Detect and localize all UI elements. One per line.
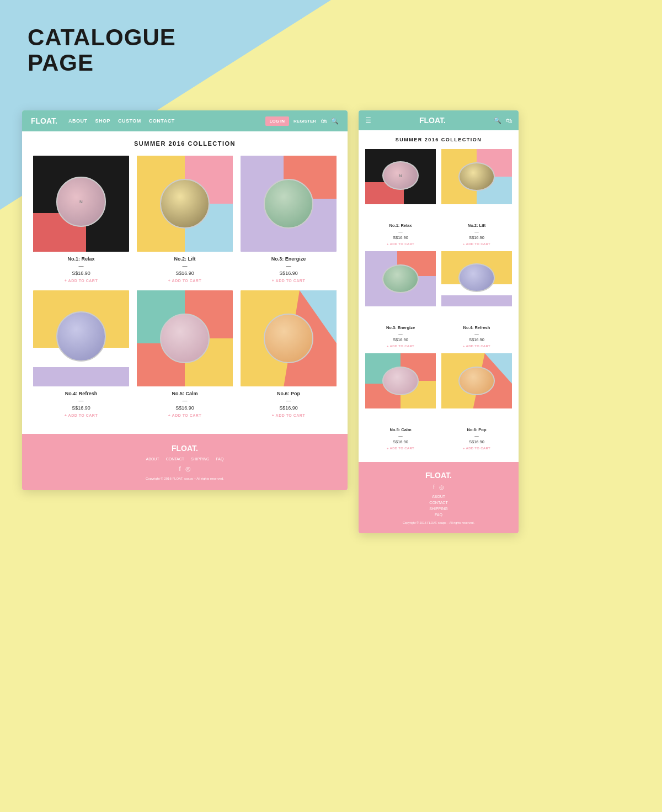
mobile-add-to-cart-calm[interactable]: + ADD TO CART (365, 447, 436, 450)
footer-copyright: Copyright © 2016 FLOAT. soaps – All righ… (32, 477, 338, 480)
footer-links: ABOUT CONTACT SHIPPING FAQ (32, 457, 338, 461)
mobile-add-to-cart-pop[interactable]: + ADD TO CART (441, 447, 512, 450)
product-grid-row2: No.4: Refresh — S$16.90 + ADD TO CART No… (33, 290, 337, 417)
mobile-product-price-refresh: S$16.90 (441, 337, 512, 342)
desktop-nav: FLOAT. ABOUT SHOP CUSTOM CONTACT LOG IN … (22, 110, 348, 131)
product-name-pop: No.6: Pop (241, 391, 337, 396)
mobile-product-card-energize: No.3: Energize — S$16.90 + ADD TO CART (365, 251, 436, 348)
product-image-refresh (33, 290, 129, 386)
product-divider-refresh: — (33, 398, 129, 404)
product-price-energize: S$16.90 (241, 270, 337, 276)
mobile-footer-icons: f ◎ (367, 484, 510, 490)
product-price-lift: S$16.90 (137, 270, 233, 276)
mobile-product-divider-energize: — (365, 331, 436, 336)
hamburger-icon[interactable]: ☰ (365, 116, 371, 124)
product-price-refresh: S$16.90 (33, 405, 129, 411)
mobile-product-image-calm (365, 353, 436, 424)
cart-icon[interactable]: 🛍 (321, 118, 327, 124)
mobile-nav: ☰ FLOAT. 🔍 🛍 (359, 110, 519, 130)
mobile-product-grid-row3: No.5: Calm — S$16.90 + ADD TO CART No.6:… (365, 353, 512, 450)
mobile-footer-links: ABOUT CONTACT SHIPPING FAQ (367, 495, 510, 517)
mobile-footer-contact[interactable]: CONTACT (367, 501, 510, 505)
product-price-calm: S$16.90 (137, 405, 233, 411)
search-icon[interactable]: 🔍 (331, 118, 339, 125)
add-to-cart-energize[interactable]: + ADD TO CART (241, 279, 337, 283)
desktop-nav-links: ABOUT SHOP CUSTOM CONTACT (68, 118, 265, 124)
mobile-product-divider-calm: — (365, 433, 436, 438)
product-divider-lift: — (137, 263, 233, 269)
mobile-footer-shipping[interactable]: SHIPPING (367, 507, 510, 511)
product-name-lift: No.2: Lift (137, 256, 233, 262)
mobile-product-divider-relax: — (365, 229, 436, 234)
facebook-icon[interactable]: f (179, 465, 180, 473)
nav-about[interactable]: ABOUT (68, 118, 88, 124)
mobile-add-to-cart-energize[interactable]: + ADD TO CART (365, 344, 436, 348)
mobile-product-divider-refresh: — (441, 331, 512, 336)
add-to-cart-refresh[interactable]: + ADD TO CART (33, 413, 129, 417)
product-card-energize: No.3: Energize — S$16.90 + ADD TO CART (241, 156, 337, 283)
mobile-cart-icon[interactable]: 🛍 (506, 117, 512, 124)
mobile-product-image-lift (441, 149, 512, 220)
nav-shop[interactable]: SHOP (95, 118, 110, 124)
mobile-product-image-pop (441, 353, 512, 424)
mobile-footer-about[interactable]: ABOUT (367, 495, 510, 498)
product-divider-pop: — (241, 398, 337, 404)
add-to-cart-pop[interactable]: + ADD TO CART (241, 413, 337, 417)
footer-link-contact[interactable]: CONTACT (166, 457, 184, 461)
nav-custom[interactable]: CUSTOM (118, 118, 141, 124)
mobile-product-name-pop: No.6: Pop (441, 427, 512, 432)
mobile-product-card-calm: No.5: Calm — S$16.90 + ADD TO CART (365, 353, 436, 450)
mobile-brand: FLOAT. (419, 116, 446, 125)
mobile-product-image-refresh (441, 251, 512, 322)
nav-contact[interactable]: CONTACT (149, 118, 175, 124)
mobile-add-to-cart-refresh[interactable]: + ADD TO CART (441, 344, 512, 348)
product-image-energize (241, 156, 337, 252)
instagram-icon[interactable]: ◎ (185, 465, 191, 473)
mobile-product-image-relax (365, 149, 436, 220)
product-card-refresh: No.4: Refresh — S$16.90 + ADD TO CART (33, 290, 129, 417)
product-card-pop: No.6: Pop — S$16.90 + ADD TO CART (241, 290, 337, 417)
mobile-mockup: ☰ FLOAT. 🔍 🛍 SUMMER 2016 COLLECTION No.1… (359, 110, 519, 533)
mobile-body: SUMMER 2016 COLLECTION No.1: Relax — S$1… (359, 130, 519, 462)
mobile-product-card-pop: No.6: Pop — S$16.90 + ADD TO CART (441, 353, 512, 450)
mobile-footer-brand: FLOAT. (367, 471, 510, 480)
footer-link-about[interactable]: ABOUT (146, 457, 159, 461)
add-to-cart-lift[interactable]: + ADD TO CART (137, 279, 233, 283)
mobile-product-card-relax: No.1: Relax — S$16.90 + ADD TO CART (365, 149, 436, 246)
mobile-add-to-cart-lift[interactable]: + ADD TO CART (441, 242, 512, 246)
mobile-product-price-lift: S$16.90 (441, 235, 512, 240)
mobile-footer-copyright: Copyright © 2016 FLOAT. soaps – All righ… (367, 521, 510, 524)
mobile-product-image-energize (365, 251, 436, 322)
login-button[interactable]: LOG IN (265, 116, 290, 126)
mobile-product-grid-row2: No.3: Energize — S$16.90 + ADD TO CART N… (365, 251, 512, 348)
product-image-relax (33, 156, 129, 252)
desktop-body: SUMMER 2016 COLLECTION No.1: Relax — S$1… (22, 131, 348, 434)
mobile-footer-faq[interactable]: FAQ (367, 513, 510, 517)
mobile-product-card-refresh: No.4: Refresh — S$16.90 + ADD TO CART (441, 251, 512, 348)
mobile-add-to-cart-relax[interactable]: + ADD TO CART (365, 242, 436, 246)
mobile-footer: FLOAT. f ◎ ABOUT CONTACT SHIPPING FAQ Co… (359, 462, 519, 533)
mobile-nav-icons: 🔍 🛍 (494, 117, 512, 124)
footer-link-faq[interactable]: FAQ (216, 457, 223, 461)
product-price-pop: S$16.90 (241, 405, 337, 411)
add-to-cart-relax[interactable]: + ADD TO CART (33, 279, 129, 283)
mobile-facebook-icon[interactable]: f (433, 484, 435, 490)
product-divider-relax: — (33, 263, 129, 269)
mobile-product-price-relax: S$16.90 (365, 235, 436, 240)
desktop-footer: FLOAT. ABOUT CONTACT SHIPPING FAQ f ◎ Co… (22, 434, 348, 490)
mobile-instagram-icon[interactable]: ◎ (439, 484, 444, 490)
product-card-relax: No.1: Relax — S$16.90 + ADD TO CART (33, 156, 129, 283)
mobile-search-icon[interactable]: 🔍 (494, 117, 501, 124)
collection-title: SUMMER 2016 COLLECTION (33, 140, 337, 147)
product-image-pop (241, 290, 337, 386)
page-title: CATALOGUEPAGE (28, 25, 176, 76)
add-to-cart-calm[interactable]: + ADD TO CART (137, 413, 233, 417)
product-name-relax: No.1: Relax (33, 256, 129, 262)
product-name-refresh: No.4: Refresh (33, 391, 129, 396)
footer-icons: f ◎ (32, 465, 338, 473)
mobile-product-name-refresh: No.4: Refresh (441, 325, 512, 330)
register-button[interactable]: REGISTER (293, 119, 316, 124)
product-price-relax: S$16.90 (33, 270, 129, 276)
product-card-calm: No.5: Calm — S$16.90 + ADD TO CART (137, 290, 233, 417)
footer-link-shipping[interactable]: SHIPPING (191, 457, 209, 461)
